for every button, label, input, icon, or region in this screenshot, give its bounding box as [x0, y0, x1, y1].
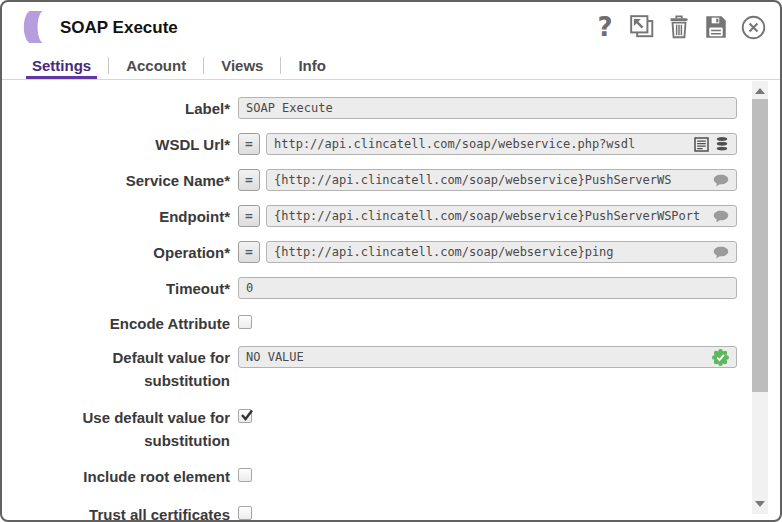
comment-icon[interactable] [713, 210, 729, 223]
popout-icon[interactable] [628, 13, 656, 41]
form-row-endpoint: Endpoint* = [2, 205, 737, 228]
field-label: Encode Attribute [2, 312, 230, 335]
field-label: Timeout* [2, 277, 230, 300]
operator-button[interactable]: = [238, 241, 260, 263]
field-label: Label* [2, 97, 230, 120]
tab-settings[interactable]: Settings [26, 57, 97, 79]
endpoint-input[interactable] [274, 209, 707, 223]
field-label: Include root element [2, 465, 230, 488]
save-icon[interactable] [702, 13, 730, 41]
label-field [238, 97, 737, 119]
default-value-input[interactable] [246, 350, 706, 364]
close-icon[interactable] [739, 13, 767, 41]
service-name-input[interactable] [274, 173, 707, 187]
form-row-default-value: Default value for substitution [2, 346, 737, 392]
form-row-timeout: Timeout* [2, 277, 737, 300]
tab-separator [108, 57, 109, 74]
field-label: Operation* [2, 241, 230, 264]
field-label: Service Name* [2, 169, 230, 192]
document-list-icon[interactable] [694, 137, 709, 152]
delete-icon[interactable] [665, 13, 693, 41]
field-label: WSDL Url* [2, 133, 230, 156]
operator-button[interactable]: = [238, 205, 260, 227]
encode-attribute-checkbox[interactable] [238, 315, 252, 329]
timeout-field [238, 277, 737, 299]
field-label: Default value for substitution [2, 346, 230, 392]
tab-separator [280, 57, 281, 74]
timeout-input[interactable] [246, 281, 729, 295]
use-default-value-checkbox[interactable] [238, 409, 252, 423]
tab-bar: Settings Account Views Info [2, 52, 780, 80]
wsdl-url-input[interactable] [274, 137, 688, 151]
endpoint-field [266, 205, 737, 227]
soap-execute-dialog: SOAP Execute ? [0, 0, 782, 522]
field-label: Trust all certificates [2, 503, 230, 522]
vertical-scrollbar[interactable] [752, 81, 768, 514]
field-label: Endpoint* [2, 205, 230, 228]
valid-badge-icon [712, 349, 729, 366]
comment-icon[interactable] [713, 174, 729, 187]
operator-button[interactable]: = [238, 169, 260, 191]
help-icon[interactable]: ? [591, 13, 619, 41]
form-row-label: Label* [2, 97, 737, 120]
field-label: Use default value for substitution [2, 406, 230, 452]
dialog-title: SOAP Execute [60, 18, 178, 38]
database-icon[interactable] [715, 136, 729, 152]
form-row-trust-all-certificates: Trust all certificates [2, 503, 737, 522]
tab-account[interactable]: Account [120, 57, 192, 79]
scrollbar-thumb[interactable] [752, 99, 768, 392]
scroll-down-arrow-icon[interactable] [755, 501, 765, 507]
operation-input[interactable] [274, 245, 707, 259]
tab-views[interactable]: Views [215, 57, 269, 79]
wsdl-url-field [266, 133, 737, 155]
form-row-use-default-value: Use default value for substitution [2, 406, 737, 452]
header-toolbar: ? [591, 13, 767, 41]
operator-button[interactable]: = [238, 133, 260, 155]
screen: SOAP Execute ? [0, 0, 782, 522]
service-name-field [266, 169, 737, 191]
tab-separator [203, 57, 204, 74]
scroll-up-arrow-icon[interactable] [755, 88, 765, 94]
include-root-element-checkbox[interactable] [238, 468, 252, 482]
form-row-operation: Operation* = [2, 241, 737, 264]
default-value-field [238, 346, 737, 368]
comment-icon[interactable] [713, 246, 729, 259]
tab-info[interactable]: Info [292, 57, 332, 79]
operation-field [266, 241, 737, 263]
trust-all-certificates-checkbox[interactable] [238, 506, 252, 520]
label-input[interactable] [246, 101, 729, 115]
app-icon [18, 10, 52, 44]
form-row-wsdl-url: WSDL Url* = [2, 133, 737, 156]
form-row-include-root-element: Include root element [2, 465, 737, 488]
form-row-service-name: Service Name* = [2, 169, 737, 192]
form-row-encode-attribute: Encode Attribute [2, 312, 737, 335]
